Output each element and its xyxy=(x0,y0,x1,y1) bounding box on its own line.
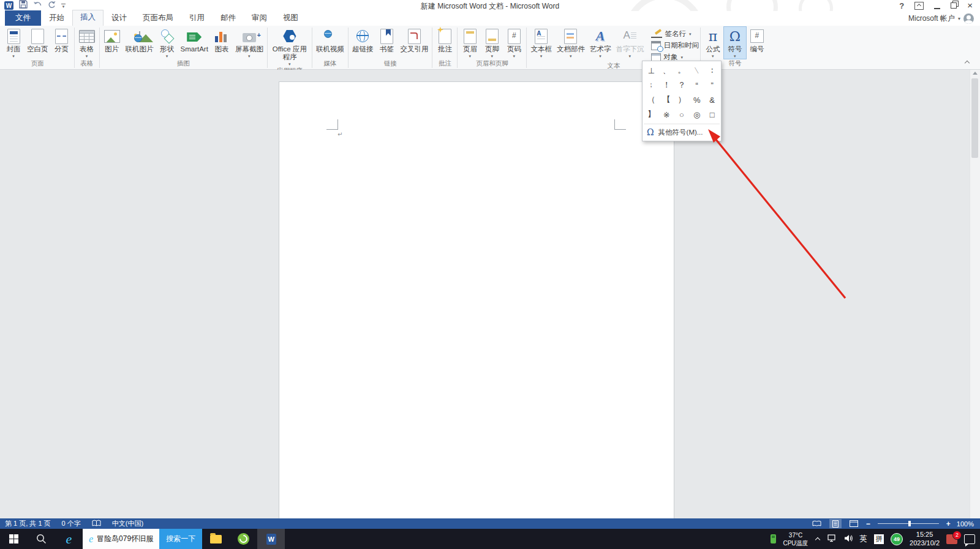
volume-icon[interactable] xyxy=(844,534,853,545)
tab-mailings[interactable]: 邮件 xyxy=(213,10,244,26)
zoom-level[interactable]: 100% xyxy=(957,520,974,528)
collapse-ribbon-button[interactable] xyxy=(965,59,970,65)
comment-button[interactable]: 批注 xyxy=(434,27,456,53)
taskbar-ie-button[interactable]: e xyxy=(55,529,83,549)
symbol-cell[interactable]: 【 xyxy=(659,92,674,107)
zoom-out-button[interactable]: − xyxy=(866,520,870,528)
symbol-cell[interactable]: ！ xyxy=(659,78,674,92)
help-button[interactable]: ? xyxy=(899,1,904,10)
symbol-cell[interactable]: ∶ xyxy=(704,63,720,78)
page-break-button[interactable]: 分页 xyxy=(51,27,73,53)
table-button[interactable]: 表格 xyxy=(76,27,98,59)
close-button[interactable] xyxy=(967,2,973,9)
usb-device-icon[interactable] xyxy=(771,534,776,543)
account-menu[interactable]: Microsoft 帐户 ▾ xyxy=(908,13,974,24)
cross-reference-button[interactable]: 交叉引用 xyxy=(398,27,431,53)
tab-insert[interactable]: 插入 xyxy=(72,10,104,26)
online-pictures-button[interactable]: 联机图片 xyxy=(123,27,156,53)
scroll-up-icon[interactable] xyxy=(973,72,978,75)
minimize-button[interactable] xyxy=(934,2,940,9)
network-icon[interactable] xyxy=(827,534,837,545)
symbol-cell[interactable]: ○ xyxy=(674,107,690,122)
cpu-temperature-widget[interactable]: 37°C CPU温度 xyxy=(783,531,808,547)
symbol-cell[interactable]: ） xyxy=(674,92,690,107)
hyperlink-button[interactable]: 超链接 xyxy=(350,27,376,53)
taskbar-word-button[interactable]: W xyxy=(257,529,285,549)
pictures-button[interactable]: 图片 xyxy=(101,27,123,53)
symbol-cell[interactable]: 】 xyxy=(644,107,659,122)
read-mode-button[interactable] xyxy=(811,519,823,528)
proofing-status-icon[interactable] xyxy=(92,520,101,528)
footer-button[interactable]: 页脚 xyxy=(481,27,503,59)
zoom-in-button[interactable]: + xyxy=(946,520,951,528)
restore-button[interactable] xyxy=(951,2,957,9)
zoom-slider[interactable] xyxy=(878,523,939,524)
vertical-scrollbar[interactable] xyxy=(970,70,980,518)
web-layout-button[interactable] xyxy=(848,519,860,528)
drop-cap-button[interactable]: 首字下沉 xyxy=(613,27,646,59)
tab-file[interactable]: 文件 xyxy=(5,10,41,26)
symbol-cell[interactable]: （ xyxy=(644,92,659,107)
ime-language-indicator[interactable]: 英 xyxy=(860,534,868,544)
text-box-button[interactable]: 文本框 xyxy=(528,27,554,59)
redo-button[interactable] xyxy=(48,0,56,11)
symbol-cell[interactable]: 。 xyxy=(674,63,690,78)
scrollbar-thumb[interactable] xyxy=(971,78,978,158)
symbol-cell[interactable]: ” xyxy=(704,78,720,92)
start-button[interactable] xyxy=(0,529,28,549)
taskbar-search-button[interactable] xyxy=(28,529,55,549)
word-count[interactable]: 0 个字 xyxy=(62,519,81,528)
ime-pinyin-icon[interactable]: 拼 xyxy=(874,534,884,544)
signature-line-button[interactable]: 签名行 xyxy=(651,29,691,39)
page-number-button[interactable]: 页码 xyxy=(503,27,525,59)
symbol-cell[interactable]: □ xyxy=(704,107,720,122)
header-button[interactable]: 页眉 xyxy=(459,27,481,59)
print-layout-button[interactable] xyxy=(829,519,842,528)
notification-app-icon[interactable]: 2 xyxy=(946,534,957,544)
chart-button[interactable]: 图表 xyxy=(211,27,233,53)
taskbar-window-maplestory[interactable]: e 冒险岛079怀旧服 xyxy=(83,529,159,549)
wordart-button[interactable]: A 艺术字 xyxy=(587,27,614,59)
tab-home[interactable]: 开始 xyxy=(41,10,72,26)
page-indicator[interactable]: 第 1 页, 共 1 页 xyxy=(5,519,51,528)
taskbar-search-now-button[interactable]: 搜索一下 xyxy=(159,529,202,549)
undo-button[interactable] xyxy=(33,0,42,11)
symbol-button[interactable]: Ω 符号 xyxy=(724,27,746,59)
file-explorer-button[interactable] xyxy=(202,529,230,549)
action-center-icon[interactable] xyxy=(964,534,975,544)
language-indicator[interactable]: 中文(中国) xyxy=(112,519,143,528)
save-button[interactable] xyxy=(19,0,28,11)
smartart-button[interactable]: SmartArt xyxy=(178,27,211,53)
symbol-cell[interactable]: 、 xyxy=(659,63,674,78)
zoom-slider-handle[interactable] xyxy=(908,521,911,526)
office-apps-button[interactable]: Office 应用程序 xyxy=(269,27,311,67)
shapes-button[interactable]: 形状 xyxy=(156,27,178,59)
bookmark-button[interactable]: 书签 xyxy=(375,27,398,53)
tab-page-layout[interactable]: 页面布局 xyxy=(135,10,181,26)
blank-page-button[interactable]: 空白页 xyxy=(24,27,51,53)
antivirus-score-badge[interactable]: 49 xyxy=(891,533,903,545)
symbol-cell[interactable]: ◎ xyxy=(689,107,704,122)
symbol-cell[interactable]: ﹨ xyxy=(689,63,704,78)
more-symbols-item[interactable]: Ω 其他符号(M)... xyxy=(644,124,720,140)
browser-360-button[interactable] xyxy=(230,529,257,549)
tab-review[interactable]: 审阅 xyxy=(244,10,275,26)
symbol-cell[interactable]: ※ xyxy=(659,107,674,122)
cover-page-button[interactable]: 封面 xyxy=(2,27,24,59)
equation-button[interactable]: π 公式 xyxy=(702,27,724,59)
clock[interactable]: 15:25 2023/10/2 xyxy=(910,531,940,548)
symbol-cell[interactable]: & xyxy=(704,92,720,107)
tab-view[interactable]: 视图 xyxy=(275,10,306,26)
symbol-cell[interactable]: ？ xyxy=(674,78,690,92)
tray-expand-chevron-icon[interactable] xyxy=(815,536,821,542)
screenshot-button[interactable]: 屏幕截图 xyxy=(233,27,266,59)
ribbon-display-options-button[interactable] xyxy=(914,2,924,10)
date-time-button[interactable]: 日期和时间 xyxy=(651,41,699,50)
symbol-cell[interactable]: ⊥ xyxy=(644,63,659,78)
online-video-button[interactable]: 联机视频 xyxy=(314,27,347,53)
customize-qat-button[interactable] xyxy=(61,4,66,8)
numbering-button[interactable]: # 编号 xyxy=(746,27,768,53)
quick-parts-button[interactable]: 文档部件 xyxy=(554,27,587,59)
tab-design[interactable]: 设计 xyxy=(104,10,135,26)
symbol-cell[interactable]: % xyxy=(689,92,704,107)
